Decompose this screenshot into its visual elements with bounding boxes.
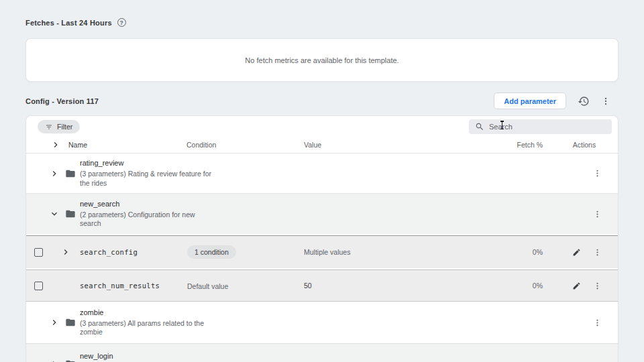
col-header-name: Name — [68, 141, 87, 149]
group-name: rating_review — [80, 159, 504, 167]
add-parameter-button[interactable]: Add parameter — [494, 93, 566, 109]
condition-badge: 1 condition — [187, 245, 236, 259]
expand-all-chevron-icon[interactable] — [50, 139, 61, 150]
fetch-metrics-empty-card: No fetch metrics are available for this … — [25, 38, 619, 82]
row-checkbox[interactable] — [34, 248, 43, 257]
config-version-title: Config - Version 117 — [25, 97, 99, 105]
chevron-right-icon[interactable] — [60, 247, 71, 257]
parameter-value: Multiple values — [304, 248, 504, 256]
filter-label: Filter — [57, 123, 72, 131]
table-toolbar: Filter — [26, 116, 618, 136]
fetches-section-header: Fetches - Last 24 Hours ? — [25, 18, 126, 27]
chevron-down-icon[interactable] — [49, 208, 60, 219]
parameter-name: search_config — [80, 248, 187, 256]
row-overflow-menu-icon[interactable] — [593, 248, 602, 257]
row-overflow-menu-icon[interactable] — [593, 282, 602, 290]
version-history-icon[interactable] — [578, 95, 590, 107]
group-name: zombie — [80, 308, 504, 316]
folder-icon — [65, 208, 76, 219]
search-icon — [475, 122, 484, 131]
help-icon[interactable]: ? — [117, 18, 126, 27]
col-header-actions: Actions — [551, 141, 618, 149]
row-checkbox[interactable] — [34, 282, 43, 290]
config-actions: Add parameter — [494, 93, 610, 109]
parameters-table-card: Filter Name Condition Value Fetch % Acti… — [25, 115, 619, 362]
chevron-right-icon[interactable] — [49, 168, 60, 179]
config-header-bar: Config - Version 117 Add parameter — [25, 91, 610, 111]
chevron-right-icon[interactable] — [49, 317, 60, 328]
filter-button[interactable]: Filter — [38, 120, 80, 133]
edit-pencil-icon[interactable] — [572, 282, 581, 290]
folder-icon — [65, 168, 76, 179]
condition-label: Default value — [187, 282, 228, 290]
chevron-right-icon[interactable] — [49, 359, 60, 362]
row-overflow-menu-icon[interactable] — [593, 318, 602, 327]
row-overflow-menu-icon[interactable] — [593, 210, 602, 219]
fetches-title: Fetches - Last 24 Hours — [25, 19, 112, 27]
overflow-menu-icon[interactable] — [601, 97, 610, 106]
fetch-percent: 0% — [504, 282, 551, 290]
table-row[interactable]: search_config 1 condition Multiple value… — [26, 235, 618, 268]
table-row[interactable]: rating_review (3 parameters) Rating & re… — [26, 154, 618, 193]
table-row[interactable]: search_num_results Default value 50 0% — [26, 269, 618, 302]
fetch-percent: 0% — [504, 248, 551, 256]
col-header-condition: Condition — [186, 141, 304, 149]
filter-icon — [45, 123, 53, 131]
table-header-row: Name Condition Value Fetch % Actions — [26, 136, 618, 154]
group-name: new_search — [80, 200, 504, 208]
row-overflow-menu-icon[interactable] — [593, 169, 602, 178]
text-cursor-icon — [500, 121, 504, 129]
parameter-value: 50 — [304, 282, 504, 290]
parameter-name: search_num_results — [80, 282, 187, 290]
empty-message: No fetch metrics are available for this … — [245, 56, 398, 64]
table-row[interactable]: new_login — [26, 343, 618, 362]
search-input[interactable] — [489, 123, 606, 131]
folder-icon — [65, 359, 76, 362]
group-description: (3 parameters) Rating & review feature f… — [80, 170, 217, 188]
folder-icon — [65, 317, 76, 328]
col-header-fetch: Fetch % — [504, 141, 551, 149]
col-header-value: Value — [304, 141, 504, 149]
table-row[interactable]: zombie (3 parameters) All params related… — [26, 302, 618, 343]
group-description: (3 parameters) All params related to the… — [80, 319, 217, 337]
group-name: new_login — [80, 352, 504, 360]
search-box[interactable] — [469, 119, 612, 134]
table-row[interactable]: new_search (2 parameters) Configuration … — [26, 193, 618, 234]
edit-pencil-icon[interactable] — [572, 248, 581, 257]
group-description: (2 parameters) Configuration for new sea… — [80, 210, 217, 229]
